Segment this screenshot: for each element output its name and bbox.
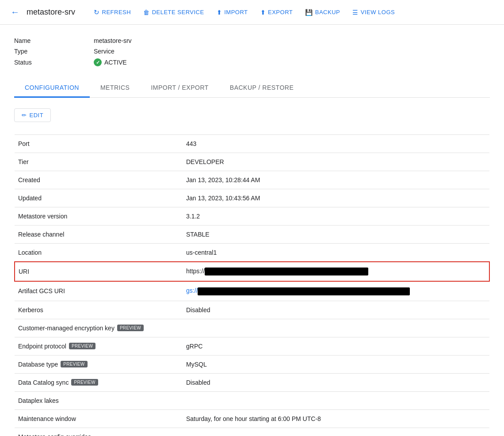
row-value: Disabled — [183, 301, 489, 319]
row-label: Kerberos — [15, 301, 183, 319]
info-status-row: Status ACTIVE — [14, 57, 490, 68]
artifact-gcs-link[interactable]: gs:// — [186, 287, 198, 294]
status-label: Status — [14, 59, 94, 66]
uri-redacted — [205, 268, 368, 275]
edit-button[interactable]: ✏ EDIT — [14, 108, 51, 122]
tab-metrics[interactable]: METRICS — [90, 79, 141, 98]
row-value — [183, 428, 489, 436]
preview-badge: PREVIEW — [69, 343, 95, 349]
table-row: Data Catalog sync PREVIEW Disabled — [15, 373, 489, 391]
page-title: metastore-srv — [27, 8, 75, 17]
info-type-row: Type Service — [14, 46, 490, 57]
table-row: Customer-managed encryption key PREVIEW — [15, 319, 489, 337]
info-table: Name metastore-srv Type Service Status A… — [14, 35, 490, 68]
row-label: Release channel — [15, 226, 183, 244]
row-value: 443 — [183, 135, 489, 153]
import-button[interactable]: ⬆ IMPORT — [212, 6, 252, 19]
view-logs-button[interactable]: ☰ VIEW LOGS — [348, 6, 399, 19]
delete-icon: 🗑 — [143, 9, 150, 16]
back-button[interactable]: ← — [11, 7, 19, 17]
tab-backup-restore[interactable]: BACKUP / RESTORE — [219, 79, 304, 98]
row-value: Saturday, for one hour starting at 6:00 … — [183, 409, 489, 428]
pencil-icon: ✏ — [22, 112, 27, 119]
table-row: Updated Jan 13, 2023, 10:43:56 AM — [15, 189, 489, 207]
table-row: Tier DEVELOPER — [15, 153, 489, 171]
row-value: MySQL — [183, 355, 489, 373]
table-row: Created Jan 13, 2023, 10:28:44 AM — [15, 171, 489, 189]
row-label: Created — [15, 171, 183, 189]
table-row: Artifact GCS URI gs:// — [15, 281, 489, 301]
backup-button[interactable]: 💾 BACKUP — [301, 6, 344, 19]
table-row: Kerberos Disabled — [15, 301, 489, 319]
row-label: Data Catalog sync PREVIEW — [15, 373, 183, 391]
row-label: Endpoint protocol PREVIEW — [15, 337, 183, 355]
row-value: DEVELOPER — [183, 153, 489, 171]
status-value: ACTIVE — [94, 58, 127, 66]
type-label: Type — [14, 48, 94, 55]
table-row: Dataplex lakes — [15, 391, 489, 409]
table-row: Maintenance window Saturday, for one hou… — [15, 409, 489, 428]
row-label: Artifact GCS URI — [15, 281, 183, 301]
config-table: Port 443 Tier DEVELOPER Created Jan 13, … — [14, 134, 490, 436]
viewlogs-icon: ☰ — [352, 9, 359, 16]
row-value: STABLE — [183, 226, 489, 244]
refresh-button[interactable]: ↻ REFRESH — [89, 6, 135, 19]
name-label: Name — [14, 37, 94, 44]
main-content: Name metastore-srv Type Service Status A… — [0, 25, 504, 436]
row-value: Jan 13, 2023, 10:43:56 AM — [183, 189, 489, 207]
name-value: metastore-srv — [94, 37, 132, 44]
row-value: gs:// — [183, 281, 489, 301]
table-row: Release channel STABLE — [15, 226, 489, 244]
row-value: gRPC — [183, 337, 489, 355]
row-value: Disabled — [183, 373, 489, 391]
row-value: us-central1 — [183, 244, 489, 262]
preview-badge: PREVIEW — [117, 325, 144, 331]
type-value: Service — [94, 48, 115, 55]
preview-badge: PREVIEW — [61, 361, 87, 367]
preview-badge: PREVIEW — [71, 379, 98, 386]
row-label: Location — [15, 244, 183, 262]
table-row: Endpoint protocol PREVIEW gRPC — [15, 337, 489, 355]
toolbar: ← metastore-srv ↻ REFRESH 🗑 DELETE SERVI… — [0, 0, 504, 25]
row-label: Customer-managed encryption key PREVIEW — [15, 319, 183, 337]
row-label: Database type PREVIEW — [15, 355, 183, 373]
row-label: Updated — [15, 189, 183, 207]
uri-label: URI — [15, 262, 183, 281]
table-row: Database type PREVIEW MySQL — [15, 355, 489, 373]
export-icon: ⬆ — [260, 9, 266, 16]
table-row: Location us-central1 — [15, 244, 489, 262]
row-label: Metastore version — [15, 207, 183, 226]
row-value — [183, 319, 489, 337]
row-label: Metastore config overrides — [15, 428, 183, 436]
refresh-icon: ↻ — [94, 8, 100, 16]
table-row: Metastore version 3.1.2 — [15, 207, 489, 226]
import-icon: ⬆ — [217, 9, 222, 16]
table-row: Port 443 — [15, 135, 489, 153]
row-label: Port — [15, 135, 183, 153]
row-value: 3.1.2 — [183, 207, 489, 226]
uri-row: URI https:// — [15, 262, 489, 281]
export-button[interactable]: ⬆ EXPORT — [256, 6, 298, 19]
delete-service-button[interactable]: 🗑 DELETE SERVICE — [139, 6, 209, 19]
row-label: Dataplex lakes — [15, 391, 183, 409]
backup-icon: 💾 — [305, 9, 313, 16]
row-label: Maintenance window — [15, 409, 183, 428]
info-name-row: Name metastore-srv — [14, 35, 490, 46]
row-value: Jan 13, 2023, 10:28:44 AM — [183, 171, 489, 189]
tab-configuration[interactable]: CONFIGURATION — [14, 79, 90, 98]
uri-value: https:// — [183, 262, 489, 281]
table-row: Metastore config overrides — [15, 428, 489, 436]
row-value — [183, 391, 489, 409]
artifact-gcs-redacted — [198, 287, 410, 295]
status-active-icon — [94, 58, 102, 66]
tabs: CONFIGURATION METRICS IMPORT / EXPORT BA… — [14, 79, 490, 98]
tab-import-export[interactable]: IMPORT / EXPORT — [140, 79, 219, 98]
row-label: Tier — [15, 153, 183, 171]
back-icon: ← — [11, 7, 19, 17]
